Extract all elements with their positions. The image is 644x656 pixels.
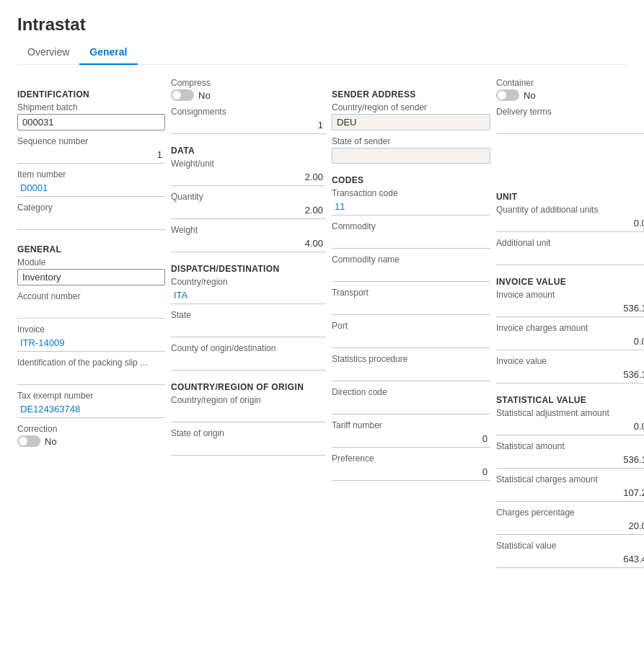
state-of-sender-group: State of sender xyxy=(332,136,490,164)
country-region-value[interactable]: ITA xyxy=(171,288,326,304)
module-group: Module Inventory xyxy=(17,257,165,285)
compress-group: Compress No xyxy=(171,78,326,101)
country-region-sender-label: Country/region of sender xyxy=(332,102,490,112)
weight-unit-value[interactable]: 2.00 xyxy=(171,170,326,186)
country-region-origin-label: Country/region of origin xyxy=(171,395,326,405)
transaction-code-label: Transaction code xyxy=(332,188,490,198)
qty-additional-group: Quantity of additional units 0.00 xyxy=(496,205,644,232)
category-value[interactable] xyxy=(17,214,165,230)
stat-amount-group: Statistical amount 536.18 xyxy=(496,441,644,469)
statistics-procedure-group: Statistics procedure xyxy=(332,354,490,381)
state-label: State xyxy=(171,310,326,320)
stat-amount-value[interactable]: 536.18 xyxy=(496,453,644,469)
account-number-value[interactable] xyxy=(17,303,165,319)
data-section-header: DATA xyxy=(171,146,326,156)
tax-exempt-group: Tax exempt number DE124363748 xyxy=(17,391,165,418)
account-number-group: Account number xyxy=(17,291,165,319)
stat-charges-value[interactable]: 107.24 xyxy=(496,486,644,502)
commodity-value[interactable] xyxy=(332,233,490,249)
compress-toggle[interactable] xyxy=(171,89,194,101)
tab-overview[interactable]: Overview xyxy=(17,42,79,65)
qty-additional-label: Quantity of additional units xyxy=(496,205,644,215)
additional-unit-value[interactable] xyxy=(496,249,644,265)
item-number-label: Item number xyxy=(17,169,165,179)
compress-toggle-row: No xyxy=(171,89,326,101)
port-group: Port xyxy=(332,321,490,348)
correction-toggle[interactable] xyxy=(17,435,40,447)
tariff-number-value[interactable]: 0 xyxy=(332,432,490,448)
column-4: Container No Delivery terms UNIT Quantit… xyxy=(496,78,644,574)
commodity-group: Commodity xyxy=(332,221,490,249)
delivery-terms-value[interactable] xyxy=(496,118,644,134)
country-region-origin-value[interactable] xyxy=(171,407,326,422)
statistics-procedure-value[interactable] xyxy=(332,365,490,381)
consignments-group: Consignments 1 xyxy=(171,107,326,134)
weight-group: Weight 4.00 xyxy=(171,225,326,252)
tabs-bar: Overview General xyxy=(17,42,627,65)
packing-slip-label: Identification of the packing slip ... xyxy=(17,358,165,368)
invoice-group: Invoice ITR-14009 xyxy=(17,324,165,352)
statistics-procedure-label: Statistics procedure xyxy=(332,354,490,364)
state-value[interactable] xyxy=(171,322,326,337)
stat-value-label: Statistical value xyxy=(496,541,644,551)
state-group: State xyxy=(171,310,326,337)
direction-code-label: Direction code xyxy=(332,387,490,397)
item-number-value[interactable]: D0001 xyxy=(17,181,165,197)
qty-additional-value[interactable]: 0.00 xyxy=(496,216,644,232)
correction-label: Correction xyxy=(17,424,165,434)
transport-value[interactable] xyxy=(332,299,490,315)
tab-general[interactable]: General xyxy=(79,42,137,65)
correction-toggle-label: No xyxy=(45,436,57,447)
invoice-value-value[interactable]: 536.18 xyxy=(496,368,644,384)
direction-code-value[interactable] xyxy=(332,399,490,415)
quantity-label: Quantity xyxy=(171,192,326,202)
container-group: Container No xyxy=(496,78,644,101)
page-title: Intrastat xyxy=(17,14,627,35)
invoice-charges-group: Invoice charges amount 0.00 xyxy=(496,323,644,350)
weight-value[interactable]: 4.00 xyxy=(171,236,326,252)
invoice-charges-label: Invoice charges amount xyxy=(496,323,644,333)
sequence-number-value[interactable]: 1 xyxy=(17,148,165,164)
module-value[interactable]: Inventory xyxy=(17,269,165,285)
charges-pct-label: Charges percentage xyxy=(496,507,644,518)
state-of-origin-group: State of origin xyxy=(171,428,326,456)
delivery-terms-group: Delivery terms xyxy=(496,107,644,134)
commodity-name-value[interactable] xyxy=(332,266,490,282)
additional-unit-label: Additional unit xyxy=(496,238,644,248)
charges-pct-value[interactable]: 20.00 xyxy=(496,519,644,535)
weight-unit-group: Weight/unit 2.00 xyxy=(171,159,326,186)
country-region-sender-group: Country/region of sender DEU xyxy=(332,102,490,130)
compress-toggle-label: No xyxy=(198,90,211,101)
account-number-label: Account number xyxy=(17,291,165,301)
stat-value-value[interactable]: 643.42 xyxy=(496,552,644,568)
preference-value[interactable]: 0 xyxy=(332,465,490,481)
container-toggle[interactable] xyxy=(496,89,519,101)
category-label: Category xyxy=(17,203,165,213)
transaction-code-value[interactable]: 11 xyxy=(332,200,490,216)
column-2: Compress No Consignments 1 DATA Weight/u… xyxy=(171,78,326,574)
correction-toggle-row: No xyxy=(17,435,165,447)
invoice-charges-value[interactable]: 0.00 xyxy=(496,334,644,350)
compress-label: Compress xyxy=(171,78,326,88)
invoice-value[interactable]: ITR-14009 xyxy=(17,336,165,352)
consignments-value[interactable]: 1 xyxy=(171,118,326,134)
transaction-code-group: Transaction code 11 xyxy=(332,188,490,216)
dispatch-header: DISPATCH/DESTINATION xyxy=(171,264,326,274)
stat-adjustment-label: Statistical adjustment amount xyxy=(496,408,644,418)
tax-exempt-value[interactable]: DE124363748 xyxy=(17,402,165,418)
tariff-number-label: Tariff number xyxy=(332,420,490,430)
sender-header: SENDER ADDRESS xyxy=(332,89,490,99)
port-label: Port xyxy=(332,321,490,331)
quantity-value[interactable]: 2.00 xyxy=(171,203,326,219)
port-value[interactable] xyxy=(332,332,490,348)
county-value[interactable] xyxy=(171,355,326,371)
unit-header: UNIT xyxy=(496,192,644,202)
stat-adjustment-value[interactable]: 0.00 xyxy=(496,420,644,435)
stat-amount-label: Statistical amount xyxy=(496,441,644,451)
shipment-batch-value[interactable]: 000031 xyxy=(17,114,165,130)
additional-unit-group: Additional unit xyxy=(496,238,644,265)
state-of-origin-value[interactable] xyxy=(171,440,326,456)
packing-slip-value[interactable] xyxy=(17,369,165,385)
invoice-amount-value[interactable]: 536.18 xyxy=(496,301,644,317)
state-of-sender-value xyxy=(332,148,490,164)
